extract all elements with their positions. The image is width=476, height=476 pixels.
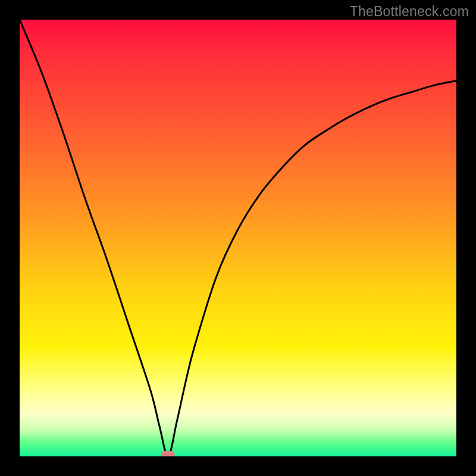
bottleneck-curve bbox=[20, 20, 456, 456]
curve-svg bbox=[20, 20, 456, 456]
chart-frame: TheBottleneck.com bbox=[0, 0, 476, 476]
optimum-marker bbox=[162, 451, 175, 456]
plot-area bbox=[20, 20, 456, 456]
watermark-text: TheBottleneck.com bbox=[350, 4, 469, 20]
